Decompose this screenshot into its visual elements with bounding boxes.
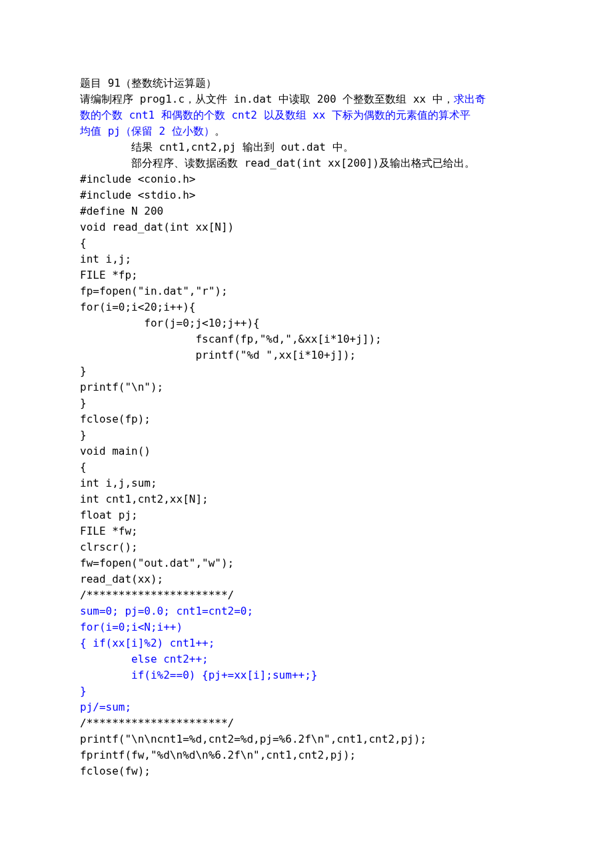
text-segment: for(j=0;j<10;j++){ [80,317,260,329]
text-segment: } [80,685,87,697]
code-line: void read_dat(int xx[N]) [80,219,533,235]
code-line: fprintf(fw,"%d\n%d\n%6.2f\n",cnt1,cnt2,p… [80,747,533,763]
text-segment: { if(xx[i]%2) cnt1++; [80,637,215,649]
text-segment: 求出奇 [454,93,486,105]
code-line: for(i=0;i<20;i++){ [80,299,533,315]
text-segment: printf("\n\ncnt1=%d,cnt2=%d,pj=%6.2f\n",… [80,733,426,745]
code-line: #define N 200 [80,203,533,219]
text-segment: fclose(fp); [80,413,151,425]
text-segment: } [80,365,87,377]
text-segment: fw=fopen("out.dat","w"); [80,557,234,569]
text-segment: /**********************/ [80,717,234,729]
text-segment: pj/=sum; [80,701,131,713]
code-line: 均值 pj（保留 2 位小数）。 [80,123,533,139]
text-segment: float pj; [80,509,138,521]
code-line: } [80,363,533,379]
text-segment: FILE *fp; [80,269,138,281]
code-line: for(i=0;i<N;i++) [80,619,533,635]
text-segment: fclose(fw); [80,765,151,777]
text-segment: read_dat(xx); [80,573,163,585]
code-line: fw=fopen("out.dat","w"); [80,555,533,571]
code-line: #include <stdio.h> [80,187,533,203]
text-segment: fp=fopen("in.dat","r"); [80,285,228,297]
text-segment: 。 [215,125,225,137]
text-segment: } [80,429,87,441]
code-line: int cnt1,cnt2,xx[N]; [80,491,533,507]
text-segment: void read_dat(int xx[N]) [80,221,234,233]
code-line: printf("\n"); [80,379,533,395]
code-line: /**********************/ [80,587,533,603]
code-line: sum=0; pj=0.0; cnt1=cnt2=0; [80,603,533,619]
code-line: void main() [80,443,533,459]
text-segment: 题目 91（整数统计运算题） [80,77,217,89]
text-segment: { [80,461,87,473]
text-segment: #define N 200 [80,205,163,217]
code-line: int i,j,sum; [80,475,533,491]
code-line: read_dat(xx); [80,571,533,587]
text-segment: int i,j,sum; [80,477,157,489]
code-line: if(i%2==0) {pj+=xx[i];sum++;} [80,667,533,683]
code-line: else cnt2++; [80,651,533,667]
code-line: printf("%d ",xx[i*10+j]); [80,347,533,363]
text-segment: 均值 pj（保留 2 位小数） [80,125,215,137]
code-line: 部分程序、读数据函数 read_dat(int xx[200])及输出格式已给出… [80,155,533,171]
code-line: { [80,235,533,251]
document-page: 题目 91（整数统计运算题）请编制程序 prog1.c，从文件 in.dat 中… [0,0,613,868]
code-line: fscanf(fp,"%d,",&xx[i*10+j]); [80,331,533,347]
text-segment: for(i=0;i<N;i++) [80,621,183,633]
text-segment: 部分程序、读数据函数 read_dat(int xx[200])及输出格式已给出… [80,157,475,169]
text-segment: fscanf(fp,"%d,",&xx[i*10+j]); [80,333,382,345]
code-line: FILE *fp; [80,267,533,283]
code-line: } [80,395,533,411]
code-line: 题目 91（整数统计运算题） [80,75,533,91]
text-segment: fprintf(fw,"%d\n%d\n%6.2f\n",cnt1,cnt2,p… [80,749,356,761]
text-segment: FILE *fw; [80,525,138,537]
text-segment: 结果 cnt1,cnt2,pj 输出到 out.dat 中。 [80,141,354,153]
code-line: /**********************/ [80,715,533,731]
text-segment: #include <conio.h> [80,173,195,185]
code-listing: 题目 91（整数统计运算题）请编制程序 prog1.c，从文件 in.dat 中… [80,75,533,779]
text-segment: } [80,397,87,409]
code-line: int i,j; [80,251,533,267]
code-line: fclose(fw); [80,763,533,779]
code-line: printf("\n\ncnt1=%d,cnt2=%d,pj=%6.2f\n",… [80,731,533,747]
code-line: float pj; [80,507,533,523]
code-line: for(j=0;j<10;j++){ [80,315,533,331]
text-segment: sum=0; pj=0.0; cnt1=cnt2=0; [80,605,253,617]
code-line: { if(xx[i]%2) cnt1++; [80,635,533,651]
code-line: 请编制程序 prog1.c，从文件 in.dat 中读取 200 个整数至数组 … [80,91,533,107]
code-line: fclose(fp); [80,411,533,427]
code-line: 数的个数 cnt1 和偶数的个数 cnt2 以及数组 xx 下标为偶数的元素值的… [80,107,533,123]
code-line: FILE *fw; [80,523,533,539]
text-segment: int cnt1,cnt2,xx[N]; [80,493,209,505]
code-line: 结果 cnt1,cnt2,pj 输出到 out.dat 中。 [80,139,533,155]
text-segment: 请编制程序 prog1.c，从文件 in.dat 中读取 200 个整数至数组 … [80,93,454,105]
code-line: } [80,427,533,443]
text-segment: int i,j; [80,253,131,265]
code-line: #include <conio.h> [80,171,533,187]
text-segment: printf("\n"); [80,381,163,393]
text-segment: if(i%2==0) {pj+=xx[i];sum++;} [80,669,317,681]
text-segment: { [80,237,87,249]
code-line: { [80,459,533,475]
text-segment: #include <stdio.h> [80,189,195,201]
code-line: } [80,683,533,699]
text-segment: for(i=0;i<20;i++){ [80,301,195,313]
code-line: pj/=sum; [80,699,533,715]
text-segment: printf("%d ",xx[i*10+j]); [80,349,356,361]
text-segment: clrscr(); [80,541,138,553]
text-segment: else cnt2++; [80,653,209,665]
text-segment: void main() [80,445,151,457]
text-segment: /**********************/ [80,589,234,601]
code-line: clrscr(); [80,539,533,555]
text-segment: 数的个数 cnt1 和偶数的个数 cnt2 以及数组 xx 下标为偶数的元素值的… [80,109,470,121]
code-line: fp=fopen("in.dat","r"); [80,283,533,299]
